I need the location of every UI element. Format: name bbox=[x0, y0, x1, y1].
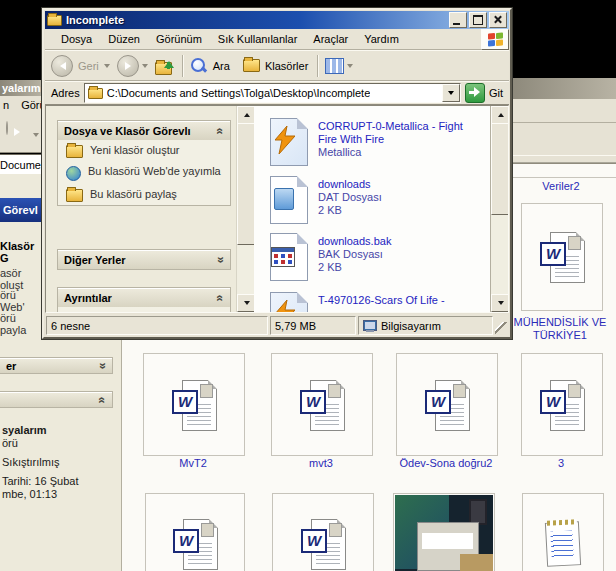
background-addressbar-left[interactable]: Document bbox=[0, 154, 42, 175]
task-pane: Dosya ve Klasör Görevlı « Yeni klasör ol… bbox=[46, 106, 236, 312]
file-item[interactable]: downloads DAT Dosyası 2 KB bbox=[266, 176, 484, 224]
menu-duzen[interactable]: Düzen bbox=[100, 31, 148, 48]
word-document-icon bbox=[172, 518, 218, 570]
notepad-file-icon bbox=[545, 521, 581, 567]
address-field[interactable]: C:\Documents and Settings\Tolga\Desktop\… bbox=[84, 83, 461, 103]
thumbnail-label[interactable]: Ödev-Sona doğru2 bbox=[396, 457, 496, 470]
thumbnail[interactable] bbox=[396, 353, 498, 456]
details-name: syalarım bbox=[2, 424, 120, 437]
file-item[interactable]: CORRUPT-0-Metallica - Fight Fire With Fi… bbox=[266, 118, 484, 166]
background-tasks-header[interactable]: Görevl bbox=[0, 198, 45, 222]
minimize-button[interactable] bbox=[449, 12, 467, 28]
thumbnail-label[interactable]: MvT2 bbox=[143, 457, 243, 470]
maximize-button[interactable] bbox=[469, 12, 487, 28]
file-folder-tasks-header[interactable]: Dosya ve Klasör Görevlı « bbox=[58, 121, 230, 140]
background-menu-fragment[interactable]: n bbox=[3, 99, 9, 111]
thumbnail[interactable] bbox=[143, 353, 245, 456]
folder-icon bbox=[47, 15, 62, 26]
thumbnail[interactable] bbox=[521, 353, 603, 456]
back-button[interactable] bbox=[51, 55, 73, 77]
search-button-label[interactable]: Ara bbox=[213, 60, 230, 72]
views-button-icon[interactable] bbox=[325, 58, 344, 74]
chevron-up-icon: « bbox=[214, 127, 228, 134]
file-name: CORRUPT-0-Metallica - Fight Fire With Fi… bbox=[318, 120, 478, 146]
task-publish-web[interactable]: Bu klasörü Web'de yayımla bbox=[58, 161, 230, 184]
search-icon[interactable] bbox=[190, 57, 208, 75]
toolbar-separator bbox=[182, 55, 183, 77]
winamp-file-icon bbox=[266, 292, 310, 312]
views-dropdown-icon[interactable] bbox=[347, 64, 353, 71]
chevron-down-icon: « bbox=[96, 362, 110, 369]
other-places-header[interactable]: Diğer Yerler « bbox=[58, 250, 230, 269]
new-folder-icon bbox=[66, 145, 83, 158]
resize-grip[interactable] bbox=[495, 322, 508, 335]
thumbnail-label[interactable]: Veriler2 bbox=[515, 180, 607, 193]
taskpane-scrollbar[interactable] bbox=[236, 106, 254, 312]
background-task-item[interactable]: örü Web' bbox=[0, 289, 42, 313]
forward-button[interactable] bbox=[117, 55, 139, 77]
scrollbar-thumb[interactable] bbox=[491, 123, 509, 215]
menu-dosya[interactable]: Dosya bbox=[53, 31, 100, 48]
close-button[interactable] bbox=[489, 12, 507, 28]
scroll-down-button[interactable] bbox=[491, 294, 509, 312]
toolbar-separator bbox=[317, 55, 318, 77]
folder-icon bbox=[88, 88, 103, 99]
back-dropdown-icon[interactable] bbox=[104, 64, 110, 71]
thumbnail[interactable] bbox=[272, 493, 374, 571]
background-task-item[interactable]: asör oluşt bbox=[0, 267, 42, 291]
background-other-places-header[interactable]: er « bbox=[0, 357, 113, 374]
details-type: örü bbox=[2, 437, 120, 450]
screenshot-thumbnail-image bbox=[395, 495, 493, 571]
forward-dropdown-icon[interactable] bbox=[142, 64, 148, 71]
folders-button-label[interactable]: Klasörler bbox=[265, 60, 308, 72]
menu-araclar[interactable]: Araçlar bbox=[305, 31, 356, 48]
thumbnail[interactable] bbox=[521, 203, 603, 311]
back-button-label[interactable]: Geri bbox=[78, 60, 99, 72]
background-window-titlebar-left[interactable]: yalarım bbox=[0, 80, 44, 96]
file-type: DAT Dosyası bbox=[318, 191, 478, 204]
file-item[interactable]: T-4970126-Scars Of Life - bbox=[266, 292, 484, 312]
thumbnail[interactable] bbox=[145, 493, 245, 571]
background-details-header[interactable]: « bbox=[0, 391, 113, 408]
thumbnail-label[interactable]: MÜHENDİSLİK VE TÜRKİYE1 bbox=[504, 316, 616, 342]
file-size: 2 KB bbox=[318, 261, 478, 274]
file-item[interactable]: downloads.bak BAK Dosyası 2 KB bbox=[266, 233, 484, 281]
statusbar: 6 nesne 5,79 MB Bilgisayarım bbox=[45, 314, 509, 336]
bak-file-icon bbox=[266, 233, 310, 281]
task-new-folder[interactable]: Yeni klasör oluştur bbox=[58, 140, 230, 161]
address-dropdown-button[interactable] bbox=[442, 84, 460, 102]
background-task-item[interactable]: örü payla bbox=[0, 312, 42, 336]
details-attr: Sıkıştırılmış bbox=[2, 456, 120, 469]
folders-icon[interactable] bbox=[243, 59, 260, 72]
up-folder-button[interactable] bbox=[155, 56, 175, 76]
explorer-window: Incomplete Dosya Düzen Görünüm Sık Kulla… bbox=[42, 8, 512, 339]
titlebar[interactable]: Incomplete bbox=[45, 11, 509, 29]
word-document-icon bbox=[299, 379, 345, 431]
scroll-up-button[interactable] bbox=[491, 106, 509, 124]
background-menubar-left: n Görü bbox=[0, 96, 45, 113]
file-name: downloads.bak bbox=[318, 235, 478, 248]
go-button[interactable] bbox=[465, 83, 485, 103]
thumbnail[interactable] bbox=[271, 353, 373, 456]
thumbnail-label[interactable]: 3 bbox=[521, 457, 601, 470]
desktop: er « « syalarım örü Sıkıştırılmış Tarihi… bbox=[0, 0, 616, 571]
menu-sik-kullanilanlar[interactable]: Sık Kullanılanlar bbox=[210, 31, 306, 48]
task-share-folder[interactable]: Bu klasörü paylaş bbox=[58, 184, 230, 205]
menu-yardim[interactable]: Yardım bbox=[356, 31, 407, 48]
thumbnail-label[interactable]: mvt3 bbox=[271, 457, 371, 470]
word-document-icon bbox=[539, 379, 585, 431]
go-button-label[interactable]: Git bbox=[489, 87, 503, 99]
forward-button[interactable] bbox=[6, 121, 8, 135]
file-size: 2 KB bbox=[318, 204, 478, 217]
forward-dropdown-icon[interactable] bbox=[33, 133, 39, 140]
menu-gorunum[interactable]: Görünüm bbox=[148, 31, 210, 48]
details-header[interactable]: Ayrıntılar « bbox=[58, 288, 230, 307]
winamp-file-icon bbox=[266, 118, 310, 166]
filelist-scrollbar[interactable] bbox=[490, 106, 508, 312]
web-publish-icon bbox=[66, 166, 81, 181]
address-path[interactable]: C:\Documents and Settings\Tolga\Desktop\… bbox=[107, 87, 371, 99]
thumbnail[interactable] bbox=[522, 493, 604, 571]
other-places-section: Diğer Yerler « bbox=[57, 249, 231, 270]
thumbnail[interactable] bbox=[393, 493, 495, 571]
background-window-titlebar-right[interactable] bbox=[506, 78, 616, 99]
